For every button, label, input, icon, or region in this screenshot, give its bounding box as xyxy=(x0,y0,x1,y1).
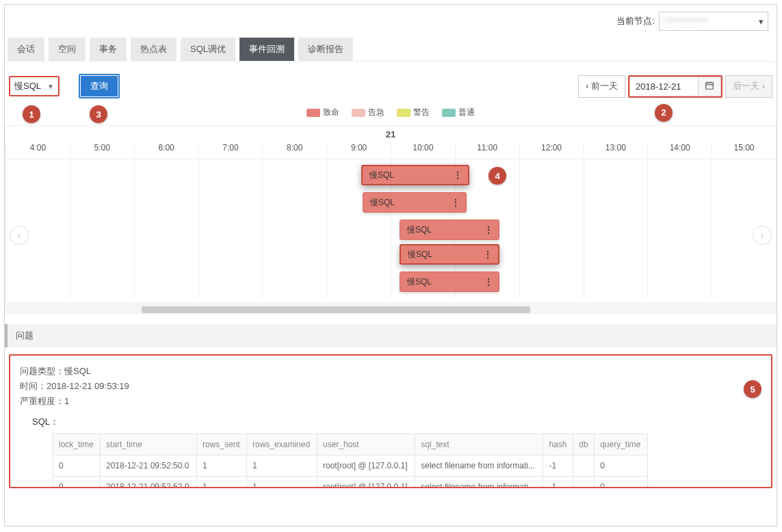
timeline-hour: 11:00 xyxy=(455,143,519,159)
col-user_host: user_host xyxy=(317,434,415,455)
tab-bar: 会话 空间 事务 热点表 SQL调优 事件回溯 诊断报告 xyxy=(5,38,777,62)
timeline-hour: 14:00 xyxy=(647,143,712,159)
timeline-hour: 10:00 xyxy=(391,143,455,159)
next-day-button[interactable]: 后一天 › xyxy=(725,75,772,98)
timeline: 21 4:005:006:007:008:009:0010:0011:0012:… xyxy=(5,125,777,303)
col-rows_sent: rows_sent xyxy=(196,434,246,455)
bar-menu-icon: ⋮ xyxy=(452,198,459,207)
timeline-hour: 13:00 xyxy=(583,143,647,159)
timeline-hour: 5:00 xyxy=(70,143,134,159)
query-button[interactable]: 查询 xyxy=(81,76,118,96)
callout-4: 4 xyxy=(488,167,506,185)
tab-hotspot[interactable]: 热点表 xyxy=(131,38,177,61)
timeline-hour: 12:00 xyxy=(519,143,584,159)
swatch-normal xyxy=(442,109,456,117)
timeline-hour: 15:00 xyxy=(712,143,776,159)
node-label: 当前节点: xyxy=(616,15,655,27)
col-hash: hash xyxy=(543,434,573,455)
timeline-hours: 4:005:006:007:008:009:0010:0011:0012:001… xyxy=(5,143,776,159)
timeline-prev-button[interactable]: ‹ xyxy=(10,226,29,245)
table-row[interactable]: 02018-12-21 09:52:52.011root[root] @ [12… xyxy=(53,477,648,488)
calendar-button[interactable] xyxy=(698,77,721,96)
timeline-scrollbar[interactable] xyxy=(5,304,777,315)
timeline-bar[interactable]: 慢SQL⋮ xyxy=(400,271,499,292)
tab-diagnosis[interactable]: 诊断报告 xyxy=(298,38,353,61)
col-lock_time: lock_time xyxy=(53,434,101,455)
swatch-urgent xyxy=(352,109,365,117)
bar-menu-icon: ⋮ xyxy=(454,170,461,180)
col-db: db xyxy=(573,434,595,455)
bar-menu-icon: ⋮ xyxy=(484,277,492,287)
timeline-hour: 6:00 xyxy=(134,143,198,159)
tab-space[interactable]: 空间 xyxy=(49,38,86,61)
bar-menu-icon: ⋮ xyxy=(484,250,491,259)
timeline-bar[interactable]: 慢SQL⋮ xyxy=(363,192,467,213)
tab-event-trace[interactable]: 事件回溯 xyxy=(239,38,294,61)
svg-rect-0 xyxy=(706,82,714,88)
tab-sql-tuning[interactable]: SQL调优 xyxy=(181,38,235,61)
col-rows_examined: rows_examined xyxy=(247,434,317,455)
tab-transaction[interactable]: 事务 xyxy=(90,38,127,61)
calendar-icon xyxy=(705,81,714,92)
bar-menu-icon: ⋮ xyxy=(484,225,492,235)
callout-5: 5 xyxy=(744,380,761,398)
callout-3: 3 xyxy=(90,105,107,123)
timeline-next-button[interactable]: › xyxy=(753,226,772,245)
col-sql_text: sql_text xyxy=(415,434,543,455)
swatch-warning xyxy=(397,109,410,117)
issues-panel-body: 问题类型：慢SQL 时间：2018-12-21 09:53:19 严重程度：1 … xyxy=(9,354,772,488)
timeline-hour: 9:00 xyxy=(326,143,391,159)
filter-select[interactable]: 慢SQL ▼ xyxy=(9,76,60,96)
timeline-hour: 7:00 xyxy=(198,143,262,159)
timeline-bar[interactable]: 慢SQL⋮ xyxy=(361,165,469,185)
date-input[interactable]: 2018-12-21 xyxy=(629,77,698,96)
table-row[interactable]: 02018-12-21 09:52:50.011root[root] @ [12… xyxy=(53,455,648,477)
sql-label: SQL： xyxy=(32,416,761,428)
timeline-bar[interactable]: 慢SQL⋮ xyxy=(400,220,499,240)
timeline-body: ‹ › 慢SQL⋮慢SQL⋮慢SQL⋮慢SQL⋮慢SQL⋮ xyxy=(5,159,776,300)
timeline-day: 21 xyxy=(5,126,776,143)
col-start_time: start_time xyxy=(100,434,196,455)
issues-panel-title: 问题 xyxy=(5,324,777,347)
sql-table: lock_timestart_timerows_sentrows_examine… xyxy=(53,434,648,488)
chevron-down-icon: ▾ xyxy=(759,16,764,27)
timeline-bar[interactable]: 慢SQL⋮ xyxy=(400,244,499,265)
node-select[interactable]: *************** ▾ xyxy=(659,12,768,31)
callout-1: 1 xyxy=(23,105,40,123)
swatch-fatal xyxy=(307,109,320,117)
callout-2: 2 xyxy=(655,104,673,122)
col-query_time: query_time xyxy=(595,434,648,455)
chevron-down-icon: ▼ xyxy=(47,83,54,90)
prev-day-button[interactable]: ‹ 前一天 xyxy=(578,75,625,98)
timeline-hour: 8:00 xyxy=(262,143,326,159)
tab-session[interactable]: 会话 xyxy=(8,38,44,61)
chevron-right-icon: › xyxy=(762,81,765,91)
chevron-left-icon: ‹ xyxy=(586,81,588,91)
timeline-hour: 4:00 xyxy=(5,143,70,159)
